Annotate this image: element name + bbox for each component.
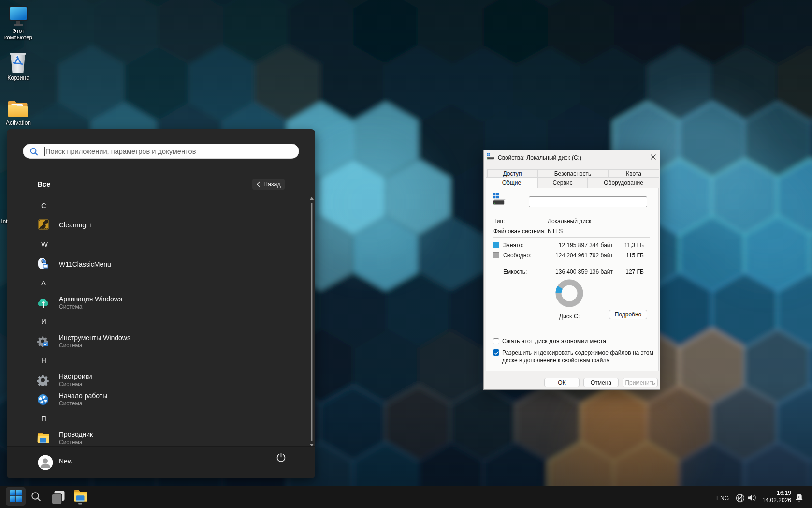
svg-text:z: z xyxy=(798,495,800,499)
svg-text:z: z xyxy=(801,494,803,497)
